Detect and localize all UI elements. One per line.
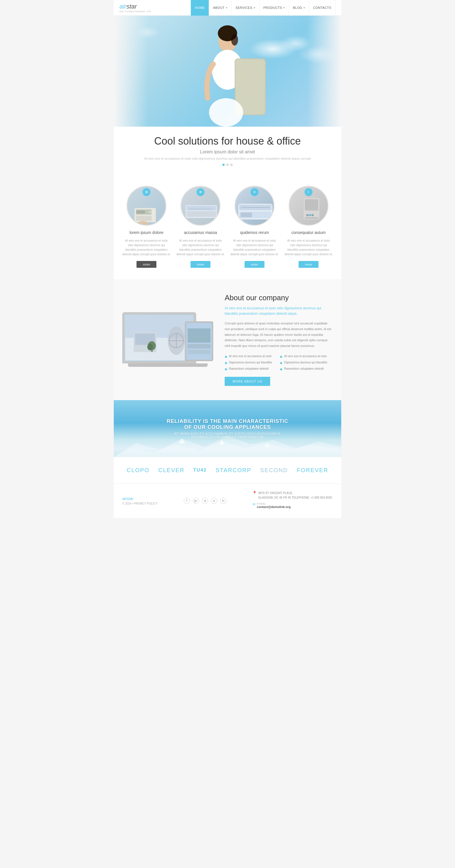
about-more-button[interactable]: MORE ABOUT US [225, 377, 270, 386]
logo-tagline: AIR CONDITIONING LTD [120, 10, 151, 13]
service-desc-2: At vero eos et accusamus et iusto odio d… [176, 239, 225, 257]
logo-text: airstar [120, 3, 151, 10]
tablet-content [186, 323, 212, 360]
brands-section: CLOPO CLEVER TU42 STARCORP SECOND FOREVE… [114, 457, 341, 484]
svg-point-8 [209, 98, 243, 127]
svg-rect-45 [188, 350, 210, 354]
hero-subtitle: Lorem ipsum dolor sit amet [120, 149, 335, 155]
nav-products[interactable]: PRODUCTS ◆ [259, 0, 289, 16]
reliability-banner: RELIABILITY IS THE MAIN CHARACTERISTICOF… [114, 400, 341, 457]
hero-text-section: Cool solutions for house & office Lorem … [114, 127, 341, 175]
service-item-2: ❄ accusamus massa At vero eos et accusam… [176, 186, 225, 268]
logo-air: air [120, 3, 126, 10]
service-title-3: quidemos rerum [230, 230, 279, 236]
brand-second: SECOND [260, 467, 288, 473]
svg-point-27 [306, 214, 308, 216]
footer-email-block: ✉ E-MAIL: contact@demolink.org [253, 502, 333, 508]
footer-social: f g+ ⊛ p in [184, 498, 226, 504]
hero-image [114, 16, 341, 127]
tablet-screen [186, 323, 212, 360]
service-circle-3: ✦ [235, 186, 274, 226]
service-circle-2: ❄ [181, 186, 220, 226]
about-list-icon-4: ◆ [280, 361, 282, 365]
about-list: ◆ At vero eos et accusamus at iusto ◆ At… [225, 354, 333, 371]
about-list-item-1: ◆ At vero eos et accusamus at iusto [225, 354, 278, 359]
main-nav: HOME ABOUT ◆ SERVICES ◆ PRODUCTS ◆ BLOG … [191, 0, 335, 16]
service-desc-4: At vero eos et accusamus et iusto odio d… [284, 239, 333, 257]
footer-right: 📍 9870 ST VINCENT PLACE, GLASGOW, DC 45 … [253, 491, 333, 511]
banner-subtitle: AT VERO EOS ET ACCUSAMUS ET IUSTO ODIO D… [167, 432, 288, 439]
svg-rect-24 [240, 213, 252, 217]
social-google[interactable]: g+ [193, 498, 199, 504]
service-more-button-1[interactable]: more [136, 261, 156, 268]
about-content: About our company At vero eos et accusam… [225, 293, 333, 386]
brand-tu42: TU42 [193, 468, 207, 473]
laptop-screen [125, 314, 194, 361]
nav-home[interactable]: HOME [191, 0, 209, 16]
brand-clopo: CLOPO [127, 467, 150, 473]
service-circle-1: ⚙ [127, 186, 166, 226]
social-facebook[interactable]: f [184, 498, 190, 504]
about-list-item-3: ◆ Dignissimos ducimus qui blanditiis [225, 361, 278, 365]
service-desc-3: At vero eos et accusamus et iusto odio d… [230, 239, 279, 257]
banner-title: RELIABILITY IS THE MAIN CHARACTERISTICOF… [167, 418, 288, 430]
service-item-4: ☾ consequatur autum At vero eos et accus… [284, 186, 333, 268]
about-list-item-2: ◆ At vero eos et accusamus at iusto [280, 354, 333, 359]
about-text: Corrupti quos dolores et quas molestias … [225, 321, 333, 349]
nav-about[interactable]: ABOUT ◆ [209, 0, 231, 16]
about-list-item-5: ◆ Raesentium voluptatem deleniti [225, 367, 278, 371]
tablet-overlay [185, 321, 213, 361]
hero-dot-3[interactable] [230, 164, 233, 166]
services-grid: ⚙ lorem ipsum dolore At vero eos et accu… [122, 186, 333, 268]
services-section: ⚙ lorem ipsum dolore At vero eos et accu… [114, 175, 341, 279]
about-section: About our company At vero eos et accusam… [114, 279, 341, 400]
nav-blog[interactable]: BLOG ◆ [289, 0, 309, 16]
service-item-3: ✦ quidemos rerum At vero eos et accusamu… [230, 186, 279, 268]
brand-starcorp: STARCORP [216, 467, 251, 473]
hero-illustration [182, 19, 273, 127]
footer-copyright: © 2014 • PRIVACY POLICY [122, 502, 158, 505]
social-linkedin[interactable]: in [220, 498, 226, 504]
svg-rect-44 [188, 344, 210, 348]
about-list-icon-5: ◆ [225, 367, 227, 371]
service-more-button-4[interactable]: more [299, 261, 318, 268]
brand-clever: CLEVER [158, 467, 185, 473]
brand-forever: FOREVER [297, 467, 328, 473]
social-pinterest[interactable]: p [211, 498, 217, 504]
footer-address-line2: GLASGOW, DC 45 FR 45 TELEPHONE: +1 800 6… [258, 495, 333, 500]
svg-rect-13 [136, 216, 152, 221]
footer-address-block: 📍 9870 ST VINCENT PLACE, GLASGOW, DC 45 … [253, 491, 333, 500]
footer-email-container: E-MAIL: contact@demolink.org [257, 502, 291, 508]
nav-services[interactable]: SERVICES ◆ [231, 0, 259, 16]
footer-left: airstar © 2014 • PRIVACY POLICY [122, 496, 158, 505]
hero-title: Cool solutions for house & office [120, 135, 335, 147]
svg-point-2 [231, 34, 238, 45]
service-title-2: accusamus massa [176, 230, 225, 236]
svg-point-12 [149, 211, 152, 213]
svg-rect-43 [188, 329, 210, 343]
hero-dot-1[interactable] [222, 164, 225, 166]
svg-rect-19 [187, 211, 216, 217]
header: airstar AIR CONDITIONING LTD HOME ABOUT … [114, 0, 341, 16]
service-more-button-3[interactable]: more [245, 261, 264, 268]
laptop-base [128, 364, 207, 367]
logo-star: star [126, 3, 137, 10]
service-title-1: lorem ipsum dolore [122, 230, 171, 236]
footer-logo-star: star [127, 496, 133, 501]
about-title: About our company [225, 293, 333, 302]
service-badge-3: ✦ [251, 188, 259, 196]
nav-contacts[interactable]: CONTACTS [309, 0, 335, 16]
service-badge-2: ❄ [196, 188, 204, 196]
social-rss[interactable]: ⊛ [202, 498, 208, 504]
svg-rect-11 [136, 211, 145, 213]
hero-dot-2[interactable] [226, 164, 229, 166]
about-list-icon-1: ◆ [225, 354, 227, 359]
email-icon: ✉ [253, 502, 255, 506]
about-list-item-6: ◆ Raesentium voluptatem deleniti [280, 367, 333, 371]
footer: airstar © 2014 • PRIVACY POLICY f g+ ⊛ p… [114, 484, 341, 518]
service-title-4: consequatur autum [284, 230, 333, 236]
footer-address-line1: 9870 ST VINCENT PLACE, [258, 491, 333, 495]
footer-email-value: contact@demolink.org [257, 505, 291, 508]
service-more-button-2[interactable]: more [191, 261, 210, 268]
about-image [122, 312, 213, 367]
